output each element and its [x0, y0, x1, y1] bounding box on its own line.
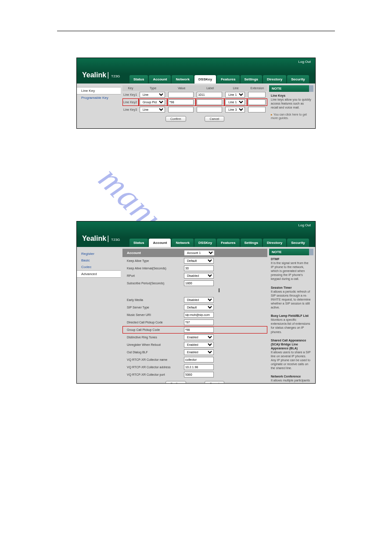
logout-link[interactable]: Log Out — [298, 60, 311, 64]
tab-dsskey[interactable]: DSSKey — [194, 239, 216, 247]
setting-input[interactable] — [184, 364, 214, 370]
tab-status[interactable]: Status — [129, 239, 148, 247]
setting-label: Directed Call Pickup Code — [127, 321, 184, 324]
tab-account[interactable]: Account — [149, 239, 171, 247]
cancel-button[interactable]: Cancel — [205, 381, 224, 384]
setting-select[interactable]: Enabled — [184, 349, 214, 355]
sidebar-item-register[interactable]: Register — [77, 250, 121, 257]
setting-label: RPort — [127, 274, 184, 277]
setting-select[interactable]: Default — [184, 305, 214, 310]
line-select[interactable]: Line 1 — [225, 92, 245, 98]
row-key: Line Key2 — [122, 98, 139, 106]
note-block: Network ConferenceIt allows multiple par… — [269, 373, 313, 384]
sidebar-item-line-key[interactable]: Line Key — [77, 87, 121, 94]
setting-row: Distinctive Ring TonesEnabled — [122, 334, 267, 341]
tab-dsskey[interactable]: DSSKey — [194, 75, 216, 83]
tab-settings[interactable]: Settings — [241, 75, 263, 83]
note-header: NOTE — [269, 249, 313, 255]
line-select[interactable]: Line 1 — [225, 99, 245, 105]
value-input[interactable] — [168, 92, 194, 98]
account-header: Account Account 1 — [122, 249, 267, 257]
tab-features[interactable]: Features — [217, 239, 239, 247]
note-title: Busy Lamp Field/BLF List — [271, 314, 312, 318]
setting-row: Directed Call Pickup Code — [122, 319, 267, 326]
setting-label: SIP Server Type — [127, 306, 184, 309]
sidebar: Line KeyProgramable Key — [77, 83, 121, 128]
tab-network[interactable]: Network — [172, 239, 194, 247]
ellipsis-icon: ••• — [122, 287, 267, 296]
setting-input[interactable] — [184, 265, 214, 271]
brand-name: Yealink — [82, 235, 106, 242]
note-block: DTMFIt is the signal sent from the IP ph… — [269, 255, 313, 284]
type-select[interactable]: Line — [140, 92, 165, 98]
tab-directory[interactable]: Directory — [263, 75, 286, 83]
setting-input[interactable] — [184, 327, 214, 333]
brand-model: T23G — [111, 74, 120, 78]
sidebar-item-codec[interactable]: Codec — [77, 264, 121, 270]
confirm-button[interactable]: Confirm — [165, 116, 186, 122]
row-key: Line Key3 — [122, 106, 139, 113]
value-input[interactable] — [168, 107, 194, 112]
line-select[interactable]: Line 3 — [225, 107, 245, 112]
tab-network[interactable]: Network — [172, 75, 194, 83]
sidebar-item-basic[interactable]: Basic — [77, 257, 121, 264]
line-key-row: Line Key1LineLine 1 — [122, 91, 267, 98]
extension-input[interactable] — [248, 92, 266, 98]
brand-logo: Yealink|T23G — [82, 235, 120, 243]
setting-input[interactable] — [184, 372, 214, 377]
type-select[interactable]: Line — [140, 107, 165, 112]
cancel-button[interactable]: Cancel — [205, 116, 224, 122]
tab-security[interactable]: Security — [287, 239, 309, 247]
tab-status[interactable]: Status — [129, 75, 148, 83]
setting-label: Group Call Pickup Code — [127, 328, 184, 331]
setting-row: Early MediaDisabled — [122, 296, 267, 304]
setting-input[interactable] — [184, 357, 214, 363]
account-select[interactable]: Account 1 — [184, 250, 215, 256]
tab-security[interactable]: Security — [287, 75, 309, 83]
sidebar: RegisterBasicCodecAdvanced — [77, 247, 121, 383]
setting-select[interactable]: Enabled — [184, 342, 214, 348]
setting-input[interactable] — [184, 319, 214, 325]
confirm-button[interactable]: Confirm — [165, 381, 186, 384]
setting-label: Music Server URI — [127, 313, 184, 316]
setting-row: Keep Alive Interval(Seconds) — [122, 265, 267, 272]
tab-account[interactable]: Account — [149, 75, 171, 83]
setting-label: Distinctive Ring Tones — [127, 336, 184, 339]
setting-input[interactable] — [184, 312, 214, 318]
brand-model: T23G — [111, 238, 120, 242]
setting-row: Out Dialog BLFEnabled — [122, 348, 267, 356]
extension-input[interactable] — [248, 99, 266, 105]
note-title: Session Timer — [271, 286, 312, 290]
setting-select[interactable]: Enabled — [184, 334, 214, 340]
setting-row: RPortDisabled — [122, 272, 267, 279]
setting-label: Early Media — [127, 298, 184, 301]
line-key-row: Line Key2Group PickupLine 1 — [122, 98, 267, 106]
type-select[interactable]: Group Pickup — [140, 99, 165, 105]
tab-directory[interactable]: Directory — [263, 239, 286, 247]
column-header: Line — [224, 85, 247, 91]
setting-input[interactable] — [184, 280, 214, 286]
main-panel: Account Account 1 Keep Alive TypeDefault… — [121, 247, 269, 383]
setting-select[interactable]: Disabled — [184, 297, 214, 303]
sidebar-item-advanced[interactable]: Advanced — [77, 270, 121, 278]
setting-row: SIP Server TypeDefault — [122, 304, 267, 311]
extension-input[interactable] — [248, 107, 266, 112]
setting-label: Keep Alive Interval(Seconds) — [127, 267, 184, 270]
screenshot-dsskey: Log Out Yealink|T23G StatusAccountNetwor… — [76, 58, 316, 129]
tab-features[interactable]: Features — [217, 75, 239, 83]
note-panel: NOTE Line Keys Line keys allow you to qu… — [269, 83, 315, 128]
setting-label: Keep Alive Type — [127, 259, 184, 262]
setting-select[interactable]: Default — [184, 258, 214, 264]
label-input[interactable] — [197, 107, 222, 112]
logout-link[interactable]: Log Out — [298, 223, 311, 227]
tab-settings[interactable]: Settings — [241, 239, 263, 247]
setting-row: VQ RTCP-XR Collector name — [122, 356, 267, 363]
setting-label: VQ RTCP-XR Collector address — [127, 366, 184, 369]
label-input[interactable] — [197, 99, 222, 105]
label-input[interactable] — [197, 92, 222, 98]
setting-select[interactable]: Disabled — [184, 273, 214, 279]
note-panel: NOTE DTMFIt is the signal sent from the … — [269, 247, 315, 383]
sidebar-item-programable-key[interactable]: Programable Key — [77, 94, 121, 101]
value-input[interactable] — [168, 99, 194, 105]
note-text: It is the signal sent from the IP phone … — [271, 261, 309, 280]
